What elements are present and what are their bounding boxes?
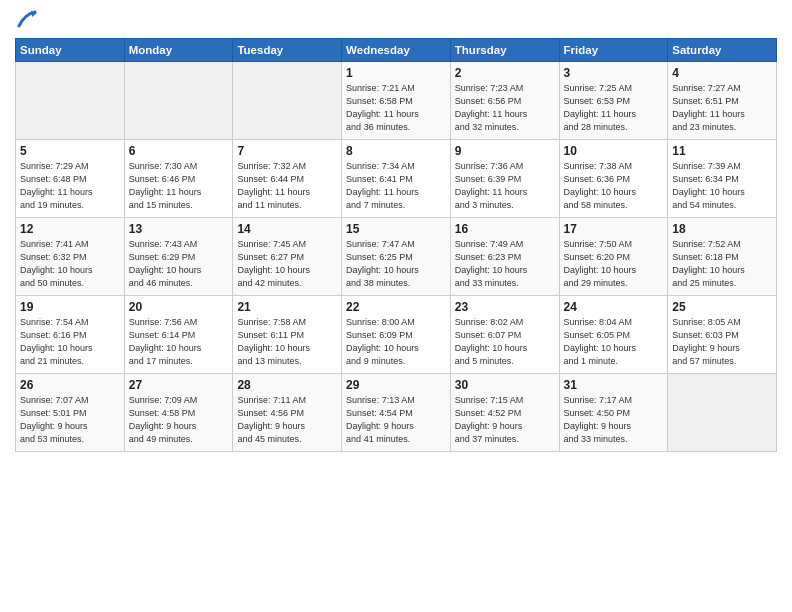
day-info: Sunrise: 8:02 AM Sunset: 6:07 PM Dayligh… <box>455 316 555 368</box>
day-info: Sunrise: 7:25 AM Sunset: 6:53 PM Dayligh… <box>564 82 664 134</box>
day-info: Sunrise: 7:47 AM Sunset: 6:25 PM Dayligh… <box>346 238 446 290</box>
day-info: Sunrise: 7:34 AM Sunset: 6:41 PM Dayligh… <box>346 160 446 212</box>
week-row-2: 5Sunrise: 7:29 AM Sunset: 6:48 PM Daylig… <box>16 140 777 218</box>
day-number: 3 <box>564 66 664 80</box>
day-number: 8 <box>346 144 446 158</box>
day-cell: 11Sunrise: 7:39 AM Sunset: 6:34 PM Dayli… <box>668 140 777 218</box>
day-number: 29 <box>346 378 446 392</box>
day-cell: 20Sunrise: 7:56 AM Sunset: 6:14 PM Dayli… <box>124 296 233 374</box>
header-cell-thursday: Thursday <box>450 39 559 62</box>
page-container: SundayMondayTuesdayWednesdayThursdayFrid… <box>0 0 792 457</box>
day-cell: 27Sunrise: 7:09 AM Sunset: 4:58 PM Dayli… <box>124 374 233 452</box>
day-cell: 7Sunrise: 7:32 AM Sunset: 6:44 PM Daylig… <box>233 140 342 218</box>
day-info: Sunrise: 8:05 AM Sunset: 6:03 PM Dayligh… <box>672 316 772 368</box>
day-number: 22 <box>346 300 446 314</box>
day-number: 7 <box>237 144 337 158</box>
day-cell <box>16 62 125 140</box>
week-row-4: 19Sunrise: 7:54 AM Sunset: 6:16 PM Dayli… <box>16 296 777 374</box>
day-number: 4 <box>672 66 772 80</box>
day-number: 24 <box>564 300 664 314</box>
day-info: Sunrise: 7:38 AM Sunset: 6:36 PM Dayligh… <box>564 160 664 212</box>
header-cell-monday: Monday <box>124 39 233 62</box>
day-info: Sunrise: 7:07 AM Sunset: 5:01 PM Dayligh… <box>20 394 120 446</box>
day-number: 18 <box>672 222 772 236</box>
day-cell: 13Sunrise: 7:43 AM Sunset: 6:29 PM Dayli… <box>124 218 233 296</box>
day-info: Sunrise: 7:29 AM Sunset: 6:48 PM Dayligh… <box>20 160 120 212</box>
day-info: Sunrise: 7:58 AM Sunset: 6:11 PM Dayligh… <box>237 316 337 368</box>
day-number: 1 <box>346 66 446 80</box>
day-cell: 19Sunrise: 7:54 AM Sunset: 6:16 PM Dayli… <box>16 296 125 374</box>
day-cell: 26Sunrise: 7:07 AM Sunset: 5:01 PM Dayli… <box>16 374 125 452</box>
day-info: Sunrise: 7:45 AM Sunset: 6:27 PM Dayligh… <box>237 238 337 290</box>
day-info: Sunrise: 7:27 AM Sunset: 6:51 PM Dayligh… <box>672 82 772 134</box>
week-row-5: 26Sunrise: 7:07 AM Sunset: 5:01 PM Dayli… <box>16 374 777 452</box>
day-number: 20 <box>129 300 229 314</box>
day-cell: 5Sunrise: 7:29 AM Sunset: 6:48 PM Daylig… <box>16 140 125 218</box>
day-cell <box>124 62 233 140</box>
day-number: 11 <box>672 144 772 158</box>
day-cell: 4Sunrise: 7:27 AM Sunset: 6:51 PM Daylig… <box>668 62 777 140</box>
day-cell: 14Sunrise: 7:45 AM Sunset: 6:27 PM Dayli… <box>233 218 342 296</box>
calendar-table: SundayMondayTuesdayWednesdayThursdayFrid… <box>15 38 777 452</box>
day-number: 9 <box>455 144 555 158</box>
day-info: Sunrise: 7:39 AM Sunset: 6:34 PM Dayligh… <box>672 160 772 212</box>
day-cell: 25Sunrise: 8:05 AM Sunset: 6:03 PM Dayli… <box>668 296 777 374</box>
day-info: Sunrise: 7:23 AM Sunset: 6:56 PM Dayligh… <box>455 82 555 134</box>
day-cell: 17Sunrise: 7:50 AM Sunset: 6:20 PM Dayli… <box>559 218 668 296</box>
day-cell: 8Sunrise: 7:34 AM Sunset: 6:41 PM Daylig… <box>342 140 451 218</box>
day-number: 2 <box>455 66 555 80</box>
day-cell: 16Sunrise: 7:49 AM Sunset: 6:23 PM Dayli… <box>450 218 559 296</box>
day-cell: 21Sunrise: 7:58 AM Sunset: 6:11 PM Dayli… <box>233 296 342 374</box>
day-info: Sunrise: 7:13 AM Sunset: 4:54 PM Dayligh… <box>346 394 446 446</box>
day-number: 27 <box>129 378 229 392</box>
day-cell: 30Sunrise: 7:15 AM Sunset: 4:52 PM Dayli… <box>450 374 559 452</box>
day-cell <box>668 374 777 452</box>
day-number: 5 <box>20 144 120 158</box>
day-info: Sunrise: 7:30 AM Sunset: 6:46 PM Dayligh… <box>129 160 229 212</box>
day-cell: 31Sunrise: 7:17 AM Sunset: 4:50 PM Dayli… <box>559 374 668 452</box>
day-number: 16 <box>455 222 555 236</box>
day-info: Sunrise: 8:04 AM Sunset: 6:05 PM Dayligh… <box>564 316 664 368</box>
week-row-1: 1Sunrise: 7:21 AM Sunset: 6:58 PM Daylig… <box>16 62 777 140</box>
day-cell: 29Sunrise: 7:13 AM Sunset: 4:54 PM Dayli… <box>342 374 451 452</box>
day-info: Sunrise: 7:36 AM Sunset: 6:39 PM Dayligh… <box>455 160 555 212</box>
day-cell: 22Sunrise: 8:00 AM Sunset: 6:09 PM Dayli… <box>342 296 451 374</box>
day-number: 17 <box>564 222 664 236</box>
day-number: 12 <box>20 222 120 236</box>
day-cell: 18Sunrise: 7:52 AM Sunset: 6:18 PM Dayli… <box>668 218 777 296</box>
day-cell: 23Sunrise: 8:02 AM Sunset: 6:07 PM Dayli… <box>450 296 559 374</box>
day-info: Sunrise: 7:11 AM Sunset: 4:56 PM Dayligh… <box>237 394 337 446</box>
day-info: Sunrise: 7:43 AM Sunset: 6:29 PM Dayligh… <box>129 238 229 290</box>
day-cell: 15Sunrise: 7:47 AM Sunset: 6:25 PM Dayli… <box>342 218 451 296</box>
day-info: Sunrise: 7:15 AM Sunset: 4:52 PM Dayligh… <box>455 394 555 446</box>
day-number: 21 <box>237 300 337 314</box>
day-info: Sunrise: 7:17 AM Sunset: 4:50 PM Dayligh… <box>564 394 664 446</box>
logo-icon <box>17 8 39 30</box>
day-number: 26 <box>20 378 120 392</box>
day-info: Sunrise: 7:32 AM Sunset: 6:44 PM Dayligh… <box>237 160 337 212</box>
day-number: 30 <box>455 378 555 392</box>
logo <box>15 10 39 30</box>
header-cell-tuesday: Tuesday <box>233 39 342 62</box>
header-cell-friday: Friday <box>559 39 668 62</box>
day-cell <box>233 62 342 140</box>
day-cell: 6Sunrise: 7:30 AM Sunset: 6:46 PM Daylig… <box>124 140 233 218</box>
day-info: Sunrise: 7:09 AM Sunset: 4:58 PM Dayligh… <box>129 394 229 446</box>
header-row: SundayMondayTuesdayWednesdayThursdayFrid… <box>16 39 777 62</box>
header <box>15 10 777 30</box>
day-info: Sunrise: 7:49 AM Sunset: 6:23 PM Dayligh… <box>455 238 555 290</box>
day-number: 23 <box>455 300 555 314</box>
day-cell: 24Sunrise: 8:04 AM Sunset: 6:05 PM Dayli… <box>559 296 668 374</box>
day-number: 19 <box>20 300 120 314</box>
day-info: Sunrise: 7:52 AM Sunset: 6:18 PM Dayligh… <box>672 238 772 290</box>
day-number: 28 <box>237 378 337 392</box>
day-info: Sunrise: 7:54 AM Sunset: 6:16 PM Dayligh… <box>20 316 120 368</box>
day-number: 15 <box>346 222 446 236</box>
day-cell: 3Sunrise: 7:25 AM Sunset: 6:53 PM Daylig… <box>559 62 668 140</box>
day-number: 25 <box>672 300 772 314</box>
day-info: Sunrise: 7:41 AM Sunset: 6:32 PM Dayligh… <box>20 238 120 290</box>
day-cell: 1Sunrise: 7:21 AM Sunset: 6:58 PM Daylig… <box>342 62 451 140</box>
day-number: 6 <box>129 144 229 158</box>
day-cell: 10Sunrise: 7:38 AM Sunset: 6:36 PM Dayli… <box>559 140 668 218</box>
day-info: Sunrise: 7:21 AM Sunset: 6:58 PM Dayligh… <box>346 82 446 134</box>
